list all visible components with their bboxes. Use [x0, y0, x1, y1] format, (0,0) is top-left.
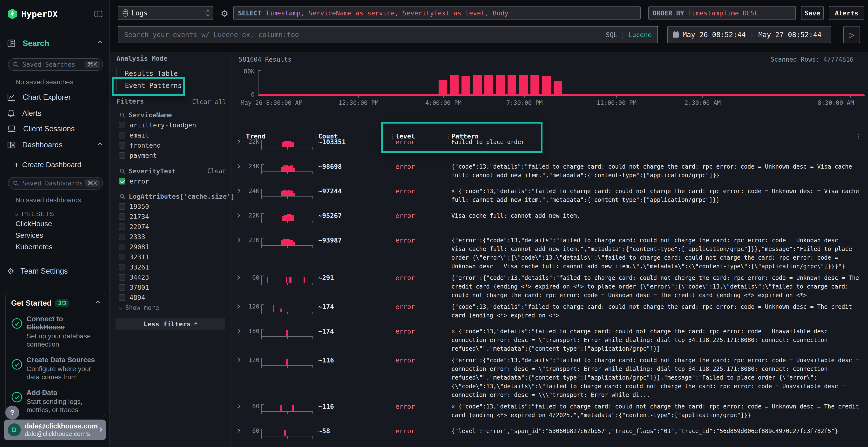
histogram-bar[interactable] — [450, 75, 459, 95]
pattern-row-1[interactable]: 22K~103351errorFailed to place order — [235, 138, 863, 160]
source-settings-gear-icon[interactable]: ⚙ — [221, 9, 228, 19]
histogram-bar[interactable] — [439, 80, 447, 95]
histogram-bar[interactable] — [542, 76, 551, 95]
saved-searches-input[interactable]: Saved Searches ⌘K — [8, 58, 103, 71]
sidebar-item-search[interactable]: Search — [0, 36, 109, 50]
run-query-button[interactable]: ▷ — [843, 26, 860, 43]
expand-row-chevron-icon[interactable] — [236, 164, 240, 168]
filter-option-2333[interactable]: 2333 — [119, 232, 228, 242]
expand-row-chevron-icon[interactable] — [236, 139, 240, 144]
chevron-up-icon[interactable] — [98, 41, 101, 45]
expand-row-chevron-icon[interactable] — [236, 428, 240, 433]
get-started-item-add-data[interactable]: Add Data Start sending logs, metrics, or… — [11, 388, 99, 414]
sql-toggle[interactable]: SQL — [606, 31, 618, 38]
pattern-row-5[interactable]: 22K~93987error{"error":{"code":13,"detai… — [235, 236, 863, 271]
histogram-bar[interactable] — [554, 81, 562, 95]
checkbox[interactable] — [119, 244, 125, 250]
collapse-sidebar-icon[interactable] — [94, 10, 102, 18]
histogram-bar[interactable] — [507, 75, 516, 95]
filter-option-payment[interactable]: payment — [119, 150, 228, 161]
histogram-bar[interactable] — [496, 75, 505, 95]
histogram-bar[interactable] — [485, 75, 493, 95]
clear-severity-filter-link[interactable]: Clear — [207, 167, 226, 175]
checkbox[interactable] — [119, 254, 125, 260]
checkbox[interactable] — [119, 203, 125, 210]
histogram-bar[interactable] — [530, 75, 539, 95]
pattern-cell[interactable]: × {"code":13,"details":"failed to charge… — [452, 402, 863, 419]
checkbox[interactable] — [119, 224, 125, 230]
create-dashboard-button[interactable]: + Create Dashboard — [0, 158, 109, 171]
expand-row-chevron-icon[interactable] — [236, 329, 240, 333]
pattern-cell[interactable]: {"level":"error","span_id":"53060b827c62… — [452, 427, 863, 436]
expand-row-chevron-icon[interactable] — [236, 304, 240, 309]
checkbox[interactable] — [119, 274, 125, 281]
sidebar-item-client-sessions[interactable]: Client Sessions — [0, 122, 109, 136]
pattern-cell[interactable]: {"error":{"code":13,"details":"failed to… — [452, 236, 863, 271]
filter-option-32311[interactable]: 32311 — [119, 252, 228, 262]
select-clause-input[interactable]: SELECTTimestamp, ServiceName as service,… — [233, 6, 641, 20]
date-range-picker[interactable]: May 26 08:52:44 - May 27 08:52:44 — [667, 26, 831, 43]
preset-services[interactable]: Services — [16, 231, 43, 239]
get-started-item-sources[interactable]: Create Data Sources Configure where your… — [11, 356, 99, 381]
checkbox[interactable] — [119, 122, 125, 128]
pattern-cell[interactable]: Visa cache full: cannot add new item. — [452, 211, 863, 220]
histogram-bar[interactable] — [473, 75, 482, 95]
saved-dashboards-input[interactable]: Saved Dashboards ⌘K — [8, 177, 103, 190]
expand-row-chevron-icon[interactable] — [236, 188, 240, 193]
presets-toggle[interactable]: PRESETS — [0, 209, 109, 219]
pattern-row-7[interactable]: 120~174error{"code":13,"details":"failed… — [235, 303, 863, 324]
query-language-toggle[interactable]: SQL|Lucene — [606, 31, 652, 38]
filter-option-error[interactable]: error — [119, 176, 228, 186]
search-icon[interactable] — [119, 112, 125, 118]
filter-option-22974[interactable]: 22974 — [119, 221, 228, 232]
show-more-toggle[interactable]: Show more — [119, 303, 159, 313]
expand-row-chevron-icon[interactable] — [236, 275, 240, 280]
get-started-item-connect[interactable]: Connect to ClickHouse Set up your databa… — [11, 315, 99, 348]
pattern-row-4[interactable]: 22K~95267errorVisa cache full: cannot ad… — [235, 211, 863, 233]
filter-option-29081[interactable]: 29081 — [119, 242, 228, 252]
help-button[interactable]: ? — [5, 406, 19, 419]
checkbox[interactable] — [119, 264, 125, 271]
pattern-row-2[interactable]: 24K~98698error{"code":13,"details":"fail… — [235, 162, 863, 184]
checkbox[interactable] — [119, 142, 125, 148]
filter-option-33261[interactable]: 33261 — [119, 262, 228, 272]
preset-clickhouse[interactable]: ClickHouse — [16, 220, 52, 228]
chevron-up-icon[interactable] — [98, 143, 101, 147]
checkbox[interactable] — [119, 213, 125, 220]
results-histogram[interactable]: May 26 8:30:00 AM12:30:00 PM4:00:00 PM7:… — [258, 70, 864, 95]
pattern-row-11[interactable]: 60~58error{"level":"error","span_id":"53… — [235, 427, 863, 447]
sidebar-item-team-settings[interactable]: ⚙ Team Settings — [0, 265, 109, 278]
expand-row-chevron-icon[interactable] — [236, 404, 240, 408]
pattern-row-6[interactable]: 60~291error{"error":{"code":13,"details"… — [235, 274, 863, 300]
checkbox[interactable] — [119, 234, 125, 240]
sidebar-item-alerts[interactable]: Alerts — [0, 107, 109, 120]
sidebar-item-dashboards[interactable]: Dashboards — [0, 138, 109, 152]
filter-option-email[interactable]: email — [119, 130, 228, 140]
pattern-cell[interactable]: {"code":13,"details":"failed to charge c… — [452, 162, 863, 180]
source-select[interactable]: Logs — [118, 6, 213, 20]
pattern-row-3[interactable]: 24K~97244error× {"code":13,"details":"fa… — [235, 187, 863, 209]
sidebar-item-chart-explorer[interactable]: Chart Explorer — [0, 91, 109, 104]
clear-all-filters-link[interactable]: Clear all — [192, 98, 226, 105]
filter-option-21734[interactable]: 21734 — [119, 211, 228, 221]
pattern-cell[interactable]: × {"code":13,"details":"failed to charge… — [452, 187, 863, 204]
pattern-cell[interactable]: × {"code":13,"details":"failed to charge… — [452, 327, 863, 353]
checkbox-checked[interactable] — [119, 178, 125, 184]
filter-option-frontend[interactable]: frontend — [119, 140, 228, 150]
pattern-cell[interactable]: {"error":{"code":13,"details":"failed to… — [452, 356, 863, 399]
search-icon[interactable] — [119, 168, 125, 174]
filter-option-artillery-loadgen[interactable]: artillery-loadgen — [119, 120, 228, 130]
search-icon[interactable] — [119, 194, 125, 199]
less-filters-button[interactable]: Less filters — [116, 318, 225, 330]
filter-option-34423[interactable]: 34423 — [119, 272, 228, 282]
expand-row-chevron-icon[interactable] — [236, 238, 240, 242]
pattern-row-10[interactable]: 60~116error× {"code":13,"details":"faile… — [235, 402, 863, 424]
checkbox[interactable] — [119, 132, 125, 138]
alerts-button[interactable]: Alerts — [829, 6, 864, 20]
histogram-bar[interactable] — [519, 75, 528, 95]
pattern-cell[interactable]: {"code":13,"details":"failed to charge c… — [452, 303, 863, 320]
checkbox[interactable] — [119, 294, 125, 301]
chevron-up-icon[interactable] — [96, 301, 99, 305]
histogram-bar[interactable] — [462, 76, 470, 95]
filter-option-37801[interactable]: 37801 — [119, 282, 228, 293]
